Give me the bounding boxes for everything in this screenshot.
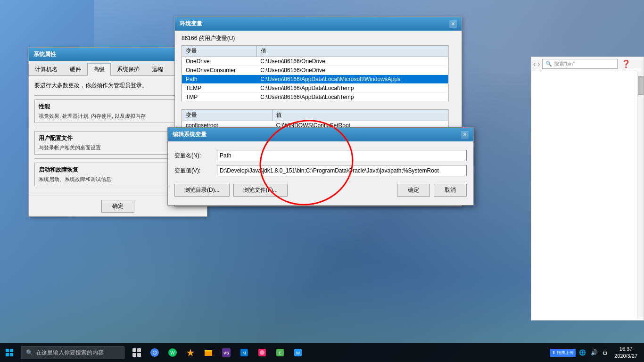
browse-file-btn[interactable]: 浏览文件(F)... — [233, 184, 288, 197]
file-manager-button[interactable] — [200, 343, 217, 362]
varname-label: 变量名(N): — [174, 152, 212, 160]
tab-system-protection[interactable]: 系统保护 — [111, 63, 146, 76]
browse-buttons: 浏览目录(D)... 浏览文件(F)... — [174, 184, 288, 197]
explorer-help-icon[interactable]: ❓ — [621, 59, 631, 68]
svg-text:M: M — [242, 351, 246, 355]
sysprop-ok-btn[interactable]: 确定 — [101, 200, 134, 213]
user-vars-table-wrapper: 变量 值 OneDrive C:\Users\86166\OneDrive On… — [182, 45, 455, 102]
explorer-scrollbar[interactable] — [637, 71, 644, 319]
editsysvar-cancel-btn[interactable]: 取消 — [434, 184, 467, 197]
svg-rect-5 — [137, 348, 141, 352]
taskbar-icons: W VS M — [128, 343, 306, 362]
svg-text:VS: VS — [223, 351, 229, 355]
explorer-window: ‹ › 🔍 搜索"bin" ❓ — [531, 57, 644, 321]
taskview-icon — [132, 348, 141, 357]
table-row[interactable]: OneDriveConsumer C:\Users\86166\OneDrive — [182, 66, 448, 75]
app1-icon: M — [239, 348, 249, 357]
varvalue-input[interactable] — [217, 165, 467, 176]
upload-label: 拖拽上传 — [557, 350, 574, 356]
svg-rect-7 — [137, 353, 141, 357]
tab-remote[interactable]: 远程 — [146, 63, 169, 76]
scrollbar-thumb[interactable] — [638, 76, 644, 95]
cell-val: C:\Users\86166\AppData\Local\Temp — [256, 84, 448, 93]
editsysvar-buttons: 浏览目录(D)... 浏览文件(F)... 确定 取消 — [168, 180, 473, 200]
svg-rect-3 — [10, 353, 13, 356]
svg-text:W: W — [170, 350, 175, 355]
user-vars-section: 86166 的用户变量(U) 变量 值 OneDrive C:\Users\86… — [175, 31, 462, 106]
sys-col-val: 值 — [272, 110, 448, 121]
table-row[interactable]: OneDrive C:\Users\86166\OneDrive — [182, 57, 448, 66]
clock-time: 16:37 — [614, 346, 637, 353]
search-placeholder: 搜索"bin" — [554, 60, 575, 67]
bookmark-button[interactable] — [182, 343, 199, 362]
svg-point-10 — [153, 351, 156, 354]
start-button[interactable] — [0, 343, 19, 362]
sys-col-var: 变量 — [182, 110, 272, 121]
explorer-nav-back[interactable]: ‹ — [533, 60, 536, 68]
taskview-button[interactable] — [128, 343, 145, 362]
system-time[interactable]: 16:37 2020/3/27 — [611, 346, 641, 360]
tray-icon-volume[interactable]: 🔊 — [589, 349, 599, 356]
vs-icon: VS — [222, 348, 231, 357]
bookmark-icon — [186, 348, 195, 357]
taskbar-search-icon: 🔍 — [26, 349, 33, 356]
table-row[interactable]: TMP C:\Users\86166\AppData\Local\Temp — [182, 93, 448, 102]
varname-row: 变量名(N): — [174, 150, 467, 161]
app1-button[interactable]: M — [236, 343, 253, 362]
edit-sysvar-window: 编辑系统变量 ✕ 变量名(N): 变量值(V): 浏览目录(D)... 浏览文件… — [167, 127, 474, 206]
user-vars-scrollbar[interactable] — [448, 45, 455, 102]
taskbar-search-placeholder: 在这里输入你要搜索的内容 — [36, 349, 104, 357]
cell-var: TEMP — [182, 84, 257, 93]
search-icon: 🔍 — [545, 61, 552, 67]
table-row[interactable]: Path C:\Users\86166\AppData\Local\Micros… — [182, 75, 448, 84]
tray-icon-network[interactable]: 🌐 — [578, 349, 587, 356]
taskbar-tray: ⬆ 拖拽上传 🌐 🔊 ⏻ 16:37 2020/3/27 — [550, 346, 644, 360]
varname-input[interactable] — [217, 150, 467, 161]
varvalue-row: 变量值(V): — [174, 165, 467, 176]
cell-val: C:\Users\86166\OneDrive — [256, 57, 448, 66]
app3-icon: E — [275, 348, 285, 357]
tray-icon-battery[interactable]: ⏻ — [601, 350, 609, 355]
wechat-button[interactable]: W — [164, 343, 181, 362]
browse-dir-btn[interactable]: 浏览目录(D)... — [174, 184, 230, 197]
tab-computer-name[interactable]: 计算机名 — [29, 63, 64, 76]
explorer-content — [531, 71, 644, 319]
app2-icon — [257, 348, 267, 357]
table-row[interactable]: TEMP C:\Users\86166\AppData\Local\Temp — [182, 84, 448, 93]
app3-button[interactable]: E — [272, 343, 289, 362]
envvar-titlebar: 环境变量 ✕ — [175, 17, 462, 31]
svg-marker-13 — [187, 349, 194, 356]
envvar-title: 环境变量 — [180, 20, 202, 28]
sysprop-title: 系统属性 — [33, 50, 56, 58]
app4-button[interactable]: W — [289, 343, 306, 362]
envvar-close-btn[interactable]: ✕ — [449, 20, 457, 28]
user-col-var: 变量 — [182, 46, 257, 57]
editsysvar-ok-btn[interactable]: 确定 — [397, 184, 430, 197]
user-vars-table: 变量 值 OneDrive C:\Users\86166\OneDrive On… — [182, 45, 448, 102]
taskbar-search-box[interactable]: 🔍 在这里输入你要搜索的内容 — [21, 346, 124, 359]
user-vars-title: 86166 的用户变量(U) — [182, 34, 455, 42]
tab-hardware[interactable]: 硬件 — [64, 63, 87, 76]
explorer-search-box[interactable]: 🔍 搜索"bin" — [542, 59, 618, 69]
explorer-nav-forward[interactable]: › — [537, 60, 540, 68]
app2-button[interactable] — [254, 343, 271, 362]
taskbar: 🔍 在这里输入你要搜索的内容 W — [0, 343, 644, 362]
editsysvar-close-btn[interactable]: ✕ — [461, 131, 469, 139]
tab-advanced[interactable]: 高级 — [87, 63, 111, 76]
cell-var: Path — [182, 75, 257, 84]
browser-icon — [150, 348, 159, 357]
editsysvar-titlebar: 编辑系统变量 ✕ — [168, 128, 473, 141]
browser-button[interactable] — [146, 343, 163, 362]
vs-button[interactable]: VS — [218, 343, 235, 362]
svg-text:W: W — [296, 351, 300, 355]
upload-tray-icon[interactable]: ⬆ 拖拽上传 — [550, 349, 576, 357]
cell-var: OneDriveConsumer — [182, 66, 257, 75]
confirm-buttons: 确定 取消 — [397, 184, 467, 197]
cell-val: C:\Users\86166\AppData\Local\Temp — [256, 93, 448, 102]
svg-rect-4 — [132, 348, 136, 352]
cell-val: C:\Users\86166\OneDrive — [256, 66, 448, 75]
varvalue-label: 变量值(V): — [174, 167, 212, 175]
explorer-toolbar: ‹ › 🔍 搜索"bin" ❓ — [531, 57, 644, 71]
svg-rect-2 — [6, 353, 9, 356]
performance-text: 视觉效果, 处理器计划, 内存使用, 以及虚拟内存 — [39, 113, 197, 120]
